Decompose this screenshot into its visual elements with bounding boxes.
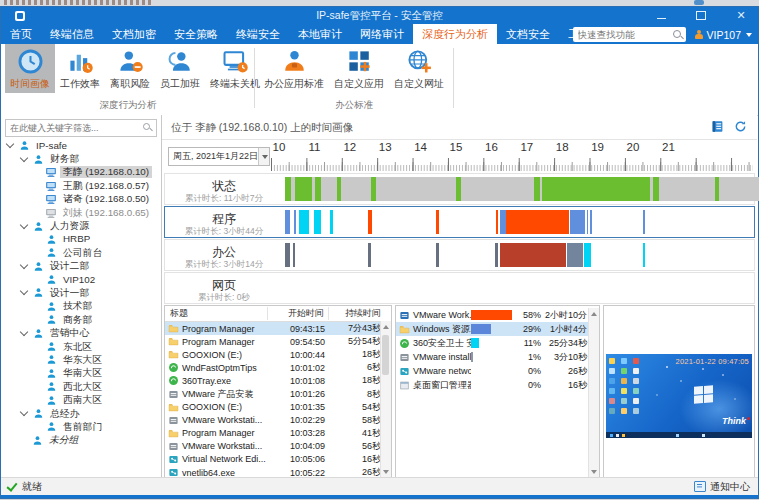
table-row[interactable]: VMware 产品安装10:01:268秒 bbox=[165, 387, 391, 400]
tree-item[interactable]: 华东大区 bbox=[1, 353, 161, 366]
tree-item[interactable]: 营销中心 bbox=[1, 326, 161, 339]
tree-item[interactable]: 西南大区 bbox=[1, 393, 161, 406]
chevron-down-icon[interactable] bbox=[20, 287, 28, 295]
table-row[interactable]: Virtual Network Edi...10:05:0616秒 bbox=[165, 453, 391, 466]
menu-tab[interactable]: 终端信息 bbox=[41, 24, 103, 44]
window-title-cell: Virtual Network Edi... bbox=[182, 454, 266, 464]
chevron-down-icon[interactable] bbox=[20, 220, 28, 228]
tree-item[interactable]: 李静 (192.168.0.10) bbox=[1, 166, 161, 179]
table-row[interactable]: WndFastOptmTips10:01:026秒 bbox=[165, 361, 391, 374]
tree-item[interactable]: 诸奇 (192.168.0.50) bbox=[1, 193, 161, 206]
tree-item[interactable]: 售前部门 bbox=[1, 420, 161, 433]
menu-tab[interactable]: 文档安全 bbox=[497, 24, 559, 44]
app-usage-row[interactable]: VMware netwo...0%26秒 bbox=[396, 364, 599, 378]
ready-check-icon bbox=[6, 480, 17, 492]
menu-tab[interactable]: 深度行为分析 bbox=[413, 24, 497, 44]
ribbon-button[interactable]: 员工加班 bbox=[155, 44, 205, 93]
ribbon-button[interactable]: 自定义网址 bbox=[389, 44, 449, 93]
chevron-down-icon[interactable] bbox=[20, 153, 28, 161]
chevron-down-icon[interactable] bbox=[20, 408, 28, 416]
tree-item-label: 王鹏 (192.168.0.57) bbox=[60, 180, 152, 192]
table-row[interactable]: 360Tray.exe10:01:0818秒 bbox=[165, 374, 391, 387]
column-title[interactable]: 标题 bbox=[165, 307, 268, 320]
search-icon[interactable] bbox=[672, 29, 684, 41]
tree-item[interactable]: HRBP bbox=[1, 233, 161, 246]
tree-item[interactable]: 总经办 bbox=[1, 407, 161, 420]
app-usage-row[interactable]: Windows 资源...29%1小时4分 bbox=[396, 322, 599, 336]
tree-filter-input[interactable] bbox=[6, 123, 142, 133]
start-time-cell: 10:01:35 bbox=[269, 402, 329, 412]
tree-item[interactable]: 技术部 bbox=[1, 300, 161, 313]
tree-item[interactable]: VIP102 bbox=[1, 273, 161, 286]
ribbon-button[interactable]: 工作效率 bbox=[55, 44, 105, 93]
tree-item[interactable]: 公司前台 bbox=[1, 246, 161, 259]
menu-tab[interactable]: 安全策略 bbox=[165, 24, 227, 44]
table-row[interactable]: Program Manager10:03:2841秒 bbox=[165, 427, 391, 440]
timeline-row-4[interactable]: 网页累计时长: 0秒 bbox=[164, 272, 755, 304]
person-icon bbox=[44, 300, 58, 313]
grid-plus-icon bbox=[345, 47, 373, 75]
ribbon-button[interactable]: 自定义应用 bbox=[329, 44, 389, 93]
table-row[interactable]: Program Manager09:54:505分54秒 bbox=[165, 335, 391, 348]
minimize-button[interactable] bbox=[650, 8, 672, 23]
date-picker-dropdown[interactable] bbox=[258, 148, 269, 165]
person-icon bbox=[31, 153, 45, 166]
tree-item[interactable]: 设计二部 bbox=[1, 260, 161, 273]
menu-tab[interactable]: 本地审计 bbox=[289, 24, 351, 44]
close-button[interactable]: ✕ bbox=[730, 8, 752, 23]
notification-center[interactable]: 通知中心 bbox=[694, 480, 750, 494]
chevron-down-icon[interactable] bbox=[6, 140, 14, 148]
menu-tab[interactable]: 首页 bbox=[1, 24, 41, 44]
tree-item[interactable]: 刘妹 (192.168.0.65) bbox=[1, 206, 161, 219]
timeline-row-2[interactable]: 程序累计时长: 3小时44分 bbox=[164, 206, 755, 238]
menu-tab[interactable]: 文档加密 bbox=[103, 24, 165, 44]
scrollbar[interactable] bbox=[588, 308, 599, 478]
tree-item[interactable]: 人力资源 bbox=[1, 219, 161, 232]
timeline-row-3[interactable]: 办公累计时长: 3小时14分 bbox=[164, 239, 755, 271]
app-usage-row[interactable]: VMware Work...58%2小时10分 bbox=[396, 308, 599, 322]
folder-icon bbox=[168, 428, 179, 439]
app-usage-row[interactable]: VMware install...1%3分10秒 bbox=[396, 350, 599, 364]
tree-item-label: 财务部 bbox=[47, 153, 82, 165]
table-row[interactable]: VMware Workstati...10:04:0956秒 bbox=[165, 440, 391, 453]
table-row[interactable]: GOOXION (E:)10:00:4418秒 bbox=[165, 348, 391, 361]
tree-item[interactable]: 财务部 bbox=[1, 152, 161, 165]
app-usage-row[interactable]: 360安全卫士 安...11%25分34秒 bbox=[396, 336, 599, 350]
activity-segment bbox=[436, 243, 439, 267]
timeline-row-1[interactable]: 状态累计时长: 11小时7分 bbox=[164, 173, 755, 205]
chevron-down-icon[interactable] bbox=[20, 260, 28, 268]
menu-tab[interactable]: 网络审计 bbox=[351, 24, 413, 44]
ribbon-group-analysis: 时间画像工作效率离职风险员工加班终端未关机 深度行为分析 bbox=[5, 44, 251, 114]
tree-item[interactable]: 华南大区 bbox=[1, 367, 161, 380]
ribbon-button[interactable]: 离职风险 bbox=[105, 44, 155, 93]
table-row[interactable]: Program Manager09:43:157分43秒 bbox=[165, 322, 391, 335]
ribbon-button[interactable]: 办公应用标准 bbox=[259, 44, 329, 93]
report-icon[interactable] bbox=[711, 119, 724, 137]
tree-item[interactable]: 商务部 bbox=[1, 313, 161, 326]
tree-item[interactable]: 王鹏 (192.168.0.57) bbox=[1, 179, 161, 192]
hour-label: 20 bbox=[623, 141, 643, 153]
tree-item[interactable]: 未分组 bbox=[1, 434, 161, 447]
menu-tab[interactable]: 终端安全 bbox=[227, 24, 289, 44]
column-start-time[interactable]: 开始时间 bbox=[268, 307, 329, 320]
user-menu[interactable]: VIP107 bbox=[694, 29, 756, 41]
table-row[interactable]: GOOXION (E:)10:01:3554秒 bbox=[165, 401, 391, 414]
scrollbar[interactable] bbox=[380, 321, 391, 478]
tree-item[interactable]: 西北大区 bbox=[1, 380, 161, 393]
tree-item-label: VIP102 bbox=[60, 274, 98, 286]
ribbon-button[interactable]: 终端未关机 bbox=[205, 44, 265, 93]
tree-item[interactable]: 设计一部 bbox=[1, 286, 161, 299]
search-input[interactable] bbox=[573, 27, 686, 42]
tree-item[interactable]: IP-safe bbox=[1, 139, 161, 152]
refresh-icon[interactable] bbox=[734, 119, 747, 137]
column-duration[interactable]: 持续时间 bbox=[329, 307, 391, 320]
app-window: IP-safe管控平台 - 安全管控 ✕ 首页终端信息文档加密安全策略终端安全本… bbox=[0, 6, 759, 499]
ribbon-button[interactable]: 时间画像 bbox=[5, 44, 55, 93]
chevron-down-icon[interactable] bbox=[20, 327, 28, 335]
tree-item[interactable]: 东北区 bbox=[1, 340, 161, 353]
date-picker[interactable]: 周五, 2021年1月22日 bbox=[168, 147, 270, 166]
maximize-button[interactable] bbox=[690, 8, 712, 23]
app-usage-row[interactable]: 桌面窗口管理器 ...0%16秒 bbox=[396, 378, 599, 392]
desktop-screenshot[interactable]: 2021-01-22 09:47:05 Think bbox=[606, 354, 752, 438]
table-row[interactable]: VMware Workstati...10:02:2958秒 bbox=[165, 414, 391, 427]
